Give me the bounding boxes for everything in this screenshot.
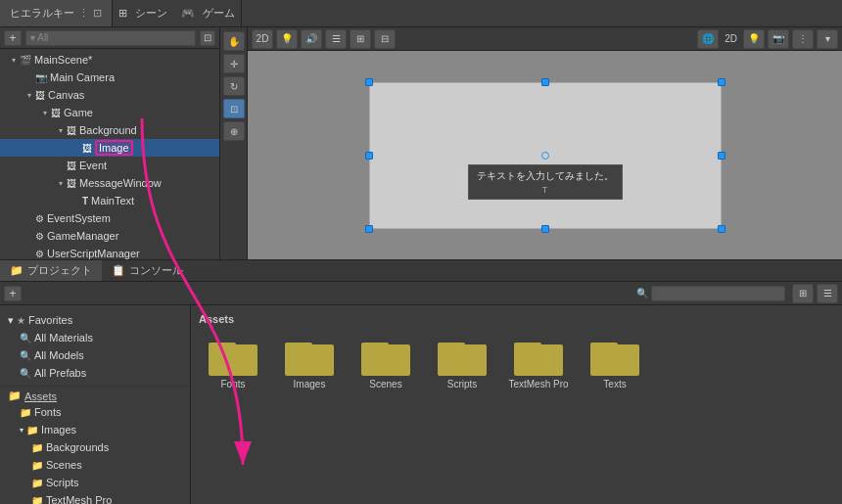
canvas-label: Canvas — [48, 89, 84, 101]
proj-scenes-sub[interactable]: 📁 Scenes — [0, 456, 190, 474]
scripts-sub-label: Scripts — [46, 477, 79, 488]
tree-item-image[interactable]: ▸ 🖼 Image — [0, 139, 219, 157]
handle-bm[interactable] — [541, 225, 549, 233]
proj-textmesh-sub[interactable]: 📁 TextMesh Pro — [0, 491, 190, 504]
handle-rm[interactable] — [718, 152, 725, 160]
tree-arrow-maintext: ▸ — [70, 195, 82, 206]
scene-2d-label: 2D — [722, 33, 740, 44]
proj-images[interactable]: ▾ 📁 Images — [0, 421, 190, 438]
all-models-icon: 🔍 — [20, 350, 31, 361]
tree-item-main-scene[interactable]: ▾ 🎬 MainScene* — [0, 51, 219, 69]
bottom-area: 📁 プロジェクト 📋 コンソール + 🔍 ⊞ ☰ ▾ ★ F — [0, 259, 842, 504]
scene-grid-btn[interactable]: ⊟ — [374, 29, 396, 49]
hierarchy-tab-icons: ⋮ ⊡ — [78, 7, 102, 20]
scene-more-btn[interactable]: ▾ — [817, 29, 838, 49]
hierarchy-tab[interactable]: ヒエラルキー ⋮ ⊡ — [0, 0, 113, 26]
scene-light-btn[interactable]: 💡 — [276, 29, 298, 49]
folder-item-scripts[interactable]: Scripts — [428, 333, 496, 393]
hierarchy-search[interactable]: ▾ All — [25, 30, 196, 46]
scene-dots-btn[interactable]: ⋮ — [792, 29, 814, 49]
folder-shape — [285, 337, 334, 376]
hierarchy-add-button[interactable]: + — [4, 30, 22, 46]
proj-fonts[interactable]: 📁 Fonts — [0, 403, 190, 421]
all-prefabs-icon: 🔍 — [20, 368, 31, 379]
userscript-icon: ⚙ — [35, 249, 44, 259]
folder-item-fonts[interactable]: Fonts — [199, 333, 267, 393]
tree-item-main-camera[interactable]: ▸ 📷 Main Camera — [0, 69, 219, 86]
project-search-input[interactable] — [651, 286, 785, 301]
handle-tr[interactable] — [718, 78, 725, 86]
main-scene-label: MainScene* — [34, 54, 92, 66]
tree-item-gamemanager[interactable]: ▸ ⚙ GameManager — [0, 227, 219, 245]
scene-snap-btn[interactable]: ⊞ — [350, 29, 371, 49]
fonts-folder-icon: 📁 — [20, 407, 31, 418]
console-tab[interactable]: 📋 コンソール — [102, 260, 193, 281]
game-tab-label[interactable]: ゲーム — [203, 6, 235, 21]
all-models-label: All Models — [34, 349, 84, 361]
proj-backgrounds[interactable]: 📁 Backgrounds — [0, 438, 190, 456]
move-tool[interactable]: ✛ — [223, 54, 245, 73]
folder-shape — [438, 337, 487, 376]
proj-all-materials[interactable]: 🔍 All Materials — [0, 329, 190, 346]
hierarchy-filter-btn[interactable]: ⊡ — [200, 30, 215, 46]
proj-all-prefabs[interactable]: 🔍 All Prefabs — [0, 364, 190, 382]
tree-arrow-us: ▸ — [23, 248, 35, 259]
scene-persp-btn[interactable]: 💡 — [743, 29, 765, 49]
hand-tool[interactable]: ✋ — [223, 31, 245, 51]
image-node-icon: 🖼 — [82, 143, 92, 154]
favorites-header[interactable]: ▾ ★ Favorites — [0, 311, 190, 329]
rotate-tool[interactable]: ↻ — [223, 76, 245, 96]
folder-item-textmesh-pro[interactable]: TextMesh Pro — [504, 333, 573, 393]
handle-bl[interactable] — [365, 225, 373, 233]
tree-item-background[interactable]: ▾ 🖼 Background — [0, 121, 219, 139]
handle-tm[interactable] — [541, 78, 549, 86]
tree-item-event[interactable]: ▸ 🖼 Event — [0, 157, 219, 174]
tree-item-eventsystem[interactable]: ▸ ⚙ EventSystem — [0, 209, 219, 227]
scene-gizmo-btn[interactable]: ☰ — [325, 29, 347, 49]
tree-arrow-gm: ▸ — [23, 230, 35, 242]
project-tab-icon: 📁 — [10, 264, 23, 277]
tree-arrow-es: ▸ — [23, 212, 35, 224]
message-box: テキストを入力してみました。 T — [468, 164, 623, 200]
handle-lm[interactable] — [365, 152, 373, 160]
assets-header[interactable]: 📁 Assets — [0, 386, 190, 403]
folder-item-scenes[interactable]: Scenes — [351, 333, 420, 393]
handle-br[interactable] — [718, 225, 725, 233]
assets-main-label: Assets — [199, 313, 834, 325]
scene-panel: 2D 💡 🔊 ☰ ⊞ ⊟ 🌐 2D 💡 📷 ⋮ ▾ — [248, 27, 842, 259]
proj-all-models[interactable]: 🔍 All Models — [0, 346, 190, 364]
textmesh-sub-icon: 📁 — [31, 495, 43, 505]
scene-cam-btn[interactable]: 📷 — [768, 29, 789, 49]
search-icon: 🔍 — [636, 288, 648, 298]
scene-audio-btn[interactable]: 🔊 — [301, 29, 322, 49]
transform-tool[interactable]: ⊕ — [223, 121, 245, 141]
tree-item-userscript[interactable]: ▸ ⚙ UserScriptManager — [0, 245, 219, 259]
gamemanager-icon: ⚙ — [35, 231, 44, 242]
tree-item-maintext[interactable]: ▸ T MainText — [0, 192, 219, 209]
scene-tab-label[interactable]: シーン — [135, 6, 167, 21]
project-add-button[interactable]: + — [4, 286, 22, 301]
folder-item-texts[interactable]: Texts — [581, 333, 649, 393]
proj-scripts-sub[interactable]: 📁 Scripts — [0, 474, 190, 491]
message-text: テキストを入力してみました。 — [477, 169, 614, 183]
view-columns-btn[interactable]: ⊞ — [792, 284, 814, 303]
folder-name: Scenes — [369, 379, 401, 389]
folder-shape — [514, 337, 563, 376]
message-icon: T — [542, 185, 548, 195]
handle-tl[interactable] — [365, 78, 373, 86]
tree-item-messagewindow[interactable]: ▾ 🖼 MessageWindow — [0, 174, 219, 192]
bottom-tabs: 📁 プロジェクト 📋 コンソール — [0, 260, 842, 282]
scene-globe-btn[interactable]: 🌐 — [697, 29, 719, 49]
background-icon: 🖼 — [67, 125, 76, 136]
textmesh-sub-label: TextMesh Pro — [46, 494, 112, 504]
folder-item-images[interactable]: Images — [275, 333, 344, 393]
scene-2d-btn[interactable]: 2D — [252, 29, 273, 49]
view-list-btn[interactable]: ☰ — [817, 284, 838, 303]
folder-name: Scripts — [447, 379, 478, 389]
rect-tool[interactable]: ⊡ — [223, 99, 245, 118]
tree-item-game[interactable]: ▾ 🖼 Game — [0, 104, 219, 121]
hierarchy-panel: + ▾ All ⊡ ▾ 🎬 MainScene* ▸ 📷 Main Camera — [0, 27, 220, 259]
project-tab[interactable]: 📁 プロジェクト — [0, 260, 102, 281]
tree-item-canvas[interactable]: ▾ 🖼 Canvas — [0, 86, 219, 104]
userscript-label: UserScriptManager — [47, 248, 140, 259]
